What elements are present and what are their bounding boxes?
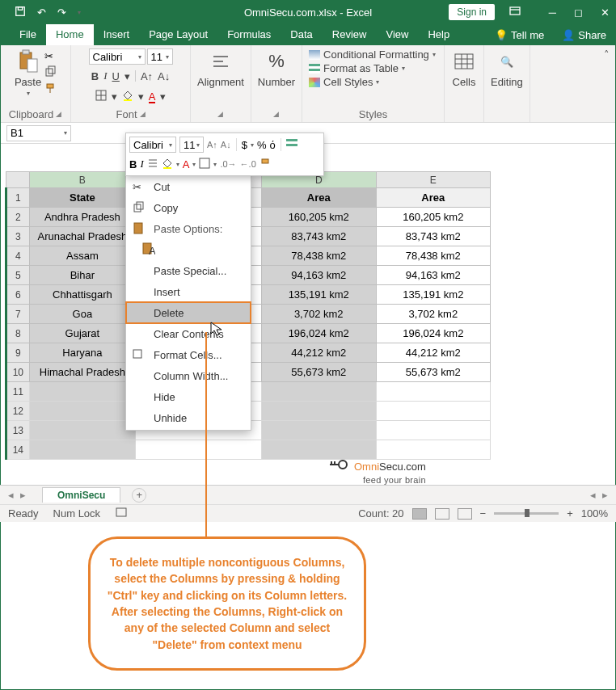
italic-button[interactable]: I <box>103 69 107 82</box>
cell[interactable]: 94,163 km2 <box>376 266 491 285</box>
cell[interactable]: Goa <box>29 305 135 324</box>
signin-button[interactable]: Sign in <box>449 4 495 20</box>
ctx-unhide[interactable]: Unhide <box>126 407 251 428</box>
ctx-column-width[interactable]: Column Width... <box>126 365 251 386</box>
cell[interactable]: Area <box>376 188 491 208</box>
col-header-B[interactable]: B <box>29 172 135 188</box>
mini-grow-font[interactable]: A↑ <box>207 140 217 149</box>
cell[interactable]: 196,024 km2 <box>261 324 376 343</box>
mini-format-painter[interactable] <box>259 158 271 171</box>
ctx-cut[interactable]: ✂Cut <box>126 176 251 197</box>
ctx-format-cells[interactable]: Format Cells... <box>126 344 251 365</box>
tab-data[interactable]: Data <box>281 24 322 45</box>
mini-bold[interactable]: B <box>129 158 137 170</box>
cell[interactable]: Bihar <box>29 266 135 285</box>
mini-comma[interactable]: ό <box>269 139 275 151</box>
ctx-insert[interactable]: Insert <box>126 281 251 302</box>
zoom-out-icon[interactable]: − <box>480 507 487 520</box>
sheet-tab[interactable]: OmniSecu <box>42 487 120 503</box>
mini-inc-decimal[interactable]: .0→ <box>220 159 236 169</box>
cells-button[interactable]: Cells <box>451 48 477 88</box>
shrink-font-button[interactable]: A↓ <box>158 70 170 82</box>
mini-percent[interactable]: % <box>257 139 267 151</box>
cell[interactable]: Himachal Pradesh <box>29 363 135 382</box>
mini-borders[interactable] <box>199 158 210 171</box>
cell[interactable]: 78,438 km2 <box>261 246 376 266</box>
ctx-paste-special[interactable]: Paste Special... <box>126 260 251 281</box>
mini-font-size[interactable]: 11▾ <box>179 137 204 153</box>
tab-insert[interactable]: Insert <box>94 24 140 45</box>
cell[interactable]: 44,212 km2 <box>261 343 376 363</box>
cell[interactable]: 135,191 km2 <box>261 285 376 305</box>
mini-align[interactable] <box>147 158 158 170</box>
cut-icon[interactable]: ✂ <box>44 50 56 62</box>
cell[interactable]: 160,205 km2 <box>376 208 491 227</box>
row-header[interactable]: 8 <box>6 324 30 343</box>
spreadsheet-grid[interactable]: B C D E 1 State Capital Area Area 2 Andh… <box>5 171 616 460</box>
tab-view[interactable]: View <box>376 24 418 45</box>
cell[interactable]: 55,673 km2 <box>376 363 491 382</box>
save-icon[interactable] <box>15 6 26 19</box>
grow-font-button[interactable]: A↑ <box>141 70 153 82</box>
cell[interactable]: 135,191 km2 <box>376 285 491 305</box>
cell[interactable]: 78,438 km2 <box>376 246 491 266</box>
editing-button[interactable]: 🔍 Editing <box>491 48 523 88</box>
row-header[interactable]: 7 <box>6 305 30 324</box>
qat-customize-icon[interactable]: ▾ <box>78 9 81 16</box>
copy-icon[interactable] <box>44 65 56 79</box>
tab-formulas[interactable]: Formulas <box>217 24 281 45</box>
bold-button[interactable]: B <box>91 70 99 82</box>
cell[interactable]: Andhra Pradesh <box>29 208 135 227</box>
mini-fill[interactable] <box>162 158 173 171</box>
prev-sheet-icon[interactable]: ◂ <box>8 489 14 501</box>
conditional-formatting-button[interactable]: Conditional Formatting▾ <box>309 48 436 61</box>
mini-shrink-font[interactable]: A↓ <box>221 140 231 149</box>
ctx-copy[interactable]: Copy <box>126 197 251 218</box>
format-painter-icon[interactable] <box>44 82 56 96</box>
tellme-button[interactable]: 💡Tell me <box>495 29 544 41</box>
cell[interactable]: 44,212 km2 <box>376 343 491 363</box>
tab-page-layout[interactable]: Page Layout <box>139 24 217 45</box>
font-size-combo[interactable]: 11▾ <box>147 48 173 65</box>
paste-button[interactable]: Paste▾ <box>15 48 41 97</box>
view-normal-icon[interactable] <box>412 508 427 520</box>
cell[interactable]: 3,702 km2 <box>376 305 491 324</box>
number-launcher-icon[interactable]: ◢ <box>273 110 279 118</box>
cell[interactable]: 55,673 km2 <box>261 363 376 382</box>
cell[interactable]: Haryana <box>29 343 135 363</box>
redo-icon[interactable]: ↷ <box>57 6 66 19</box>
ctx-delete[interactable]: Delete <box>126 302 251 323</box>
font-name-combo[interactable]: Calibri▾ <box>89 48 146 65</box>
cell[interactable]: Chhattisgarh <box>29 285 135 305</box>
number-button[interactable]: % Number <box>258 48 295 88</box>
next-sheet-icon[interactable]: ▸ <box>20 489 26 501</box>
cell[interactable]: 83,743 km2 <box>261 227 376 246</box>
cell[interactable]: 160,205 km2 <box>261 208 376 227</box>
cell[interactable]: Area <box>261 188 376 208</box>
tab-help[interactable]: Help <box>418 24 459 45</box>
fill-color-button[interactable] <box>122 90 133 103</box>
zoom-in-icon[interactable]: + <box>567 507 573 520</box>
row-header[interactable]: 9 <box>6 343 30 363</box>
ctx-paste[interactable]: A <box>126 239 251 260</box>
mini-dec-decimal[interactable]: ←.0 <box>240 159 256 169</box>
mini-italic[interactable]: I <box>140 158 143 170</box>
mini-table-icon[interactable] <box>286 139 297 151</box>
borders-button[interactable] <box>95 90 107 103</box>
cell[interactable]: 3,702 km2 <box>261 305 376 324</box>
cell[interactable]: 94,163 km2 <box>261 266 376 285</box>
mini-font-name[interactable]: Calibri▾ <box>129 137 176 153</box>
mini-font-color[interactable]: A <box>183 158 190 170</box>
collapse-ribbon-icon[interactable]: ˄ <box>597 45 616 122</box>
underline-button[interactable]: U <box>112 70 120 82</box>
cell[interactable]: 83,743 km2 <box>376 227 491 246</box>
row-header[interactable]: 5 <box>6 266 30 285</box>
alignment-launcher-icon[interactable]: ◢ <box>217 110 223 118</box>
undo-icon[interactable]: ↶ <box>37 6 46 19</box>
mini-accounting[interactable]: $ <box>242 139 247 151</box>
share-button[interactable]: 👤Share <box>562 29 606 41</box>
minimize-icon[interactable]: ─ <box>549 6 556 19</box>
ribbon-display-icon[interactable] <box>509 6 521 19</box>
row-header[interactable]: 3 <box>6 227 30 246</box>
row-header[interactable]: 4 <box>6 246 30 266</box>
